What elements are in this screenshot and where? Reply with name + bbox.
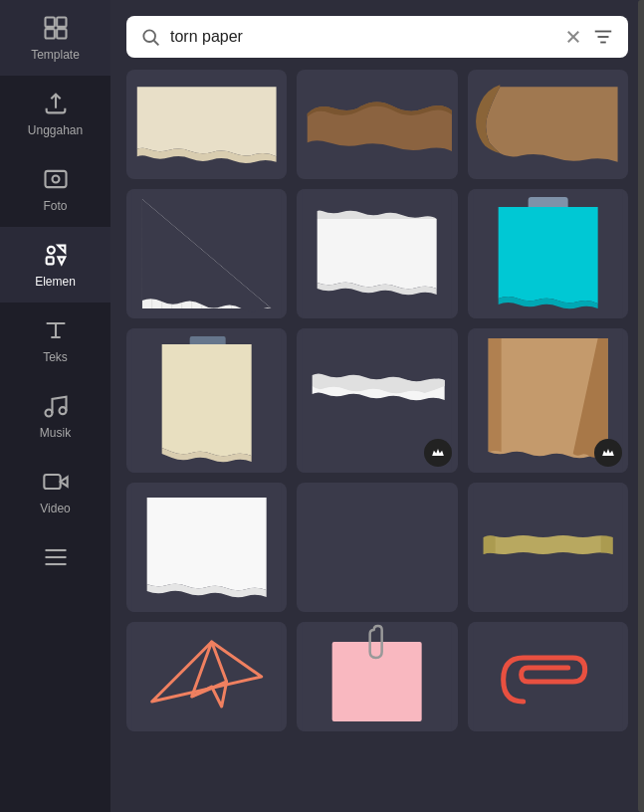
svg-rect-12: [44, 475, 60, 489]
search-filter-button[interactable]: [592, 26, 614, 48]
grid-item-11[interactable]: [297, 483, 457, 612]
sidebar-item-musik[interactable]: Musik: [0, 378, 110, 454]
svg-point-10: [45, 410, 52, 417]
sidebar-item-unggahan[interactable]: Unggahan: [0, 76, 110, 151]
sidebar-item-foto[interactable]: Foto: [0, 151, 110, 227]
results-grid: [126, 70, 628, 731]
sidebar-label-musik: Musik: [40, 426, 71, 440]
svg-marker-7: [58, 246, 65, 253]
premium-badge-9: [594, 439, 622, 467]
svg-rect-4: [45, 171, 66, 187]
grid-item-3[interactable]: [468, 70, 628, 179]
svg-rect-64: [473, 622, 622, 731]
svg-line-18: [154, 41, 159, 46]
grid-item-9[interactable]: [468, 328, 628, 473]
main-content: [110, 0, 644, 812]
search-bar: [126, 16, 628, 58]
grid-item-2[interactable]: [297, 70, 457, 179]
search-clear-button[interactable]: [564, 28, 582, 46]
sidebar-label-video: Video: [40, 502, 70, 515]
sidebar-label-teks: Teks: [43, 350, 68, 364]
svg-rect-2: [45, 29, 54, 38]
sidebar-label-elemen: Elemen: [35, 275, 76, 289]
svg-rect-8: [46, 257, 53, 264]
grid-item-15[interactable]: [468, 622, 628, 731]
search-input[interactable]: [170, 28, 554, 46]
sidebar-item-template[interactable]: Template: [0, 0, 110, 76]
grid-item-4[interactable]: [126, 189, 287, 318]
svg-point-6: [47, 247, 54, 254]
grid-item-14[interactable]: [297, 622, 457, 731]
sidebar-label-template: Template: [31, 48, 80, 62]
grid-item-7[interactable]: [126, 328, 287, 473]
svg-rect-1: [57, 18, 66, 27]
svg-rect-0: [45, 18, 54, 27]
grid-item-8[interactable]: [297, 328, 457, 473]
grid-item-13[interactable]: [126, 622, 287, 731]
sidebar: Template Unggahan Foto Elemen Teks: [0, 0, 110, 812]
search-icon: [140, 27, 160, 47]
svg-rect-63: [332, 642, 422, 721]
grid-item-10[interactable]: [126, 483, 287, 612]
svg-point-11: [59, 407, 66, 414]
svg-point-17: [143, 30, 155, 42]
grid-item-5[interactable]: [297, 189, 457, 318]
right-edge-indicator: [638, 0, 644, 812]
sidebar-item-more[interactable]: [0, 529, 110, 585]
premium-badge-8: [424, 439, 452, 467]
results-grid-container: [110, 70, 644, 812]
sidebar-label-foto: Foto: [43, 199, 67, 213]
svg-rect-3: [57, 29, 66, 38]
grid-item-12[interactable]: [468, 483, 628, 612]
sidebar-item-teks[interactable]: Teks: [0, 303, 110, 378]
svg-point-5: [52, 176, 59, 183]
svg-marker-9: [58, 257, 65, 264]
grid-item-1[interactable]: [126, 70, 287, 179]
sidebar-label-unggahan: Unggahan: [28, 123, 83, 137]
sidebar-item-elemen[interactable]: Elemen: [0, 227, 110, 303]
grid-item-6[interactable]: [468, 189, 628, 318]
sidebar-item-video[interactable]: Video: [0, 454, 110, 529]
